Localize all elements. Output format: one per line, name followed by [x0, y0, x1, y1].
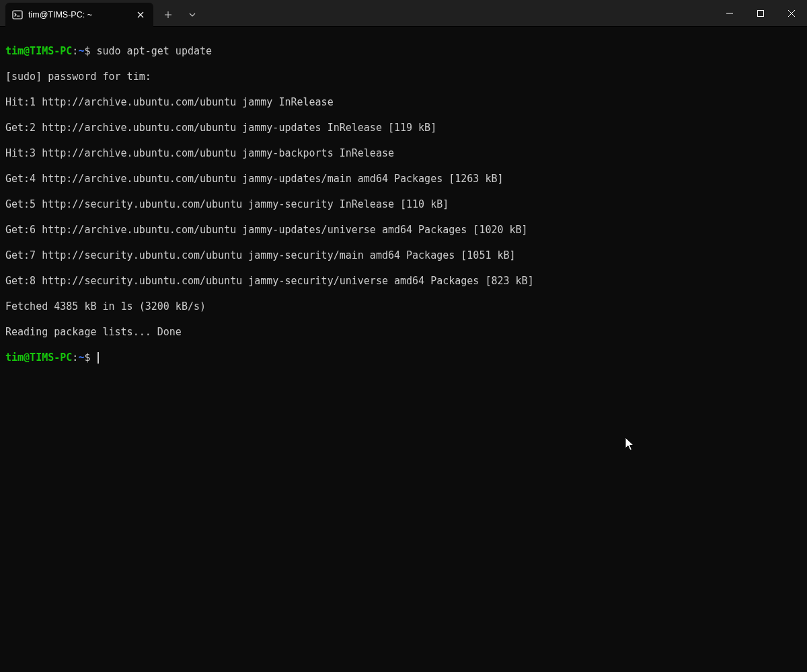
terminal-viewport[interactable]: tim@TIMS-PC:~$ sudo apt-get update [sudo… [0, 27, 807, 382]
svg-rect-0 [13, 11, 22, 19]
tab-dropdown-button[interactable] [180, 4, 204, 26]
close-window-button[interactable] [776, 0, 807, 27]
prompt-dollar: $ [84, 351, 96, 364]
svg-rect-3 [758, 11, 764, 17]
output-line: Hit:1 http://archive.ubuntu.com/ubuntu j… [5, 96, 802, 109]
prompt-dollar: $ [84, 45, 96, 57]
tab-close-button[interactable] [134, 9, 147, 21]
mouse-cursor-icon [625, 437, 636, 452]
tab-actions [153, 3, 204, 26]
text-cursor [98, 352, 99, 364]
prompt-user: tim@TIMS-PC [5, 45, 72, 57]
maximize-button[interactable] [745, 0, 776, 27]
prompt-line: tim@TIMS-PC:~$ [5, 351, 802, 364]
prompt-user: tim@TIMS-PC [5, 351, 72, 364]
output-line: Get:4 http://archive.ubuntu.com/ubuntu j… [5, 173, 802, 185]
output-line: Get:8 http://security.ubuntu.com/ubuntu … [5, 275, 802, 288]
command-text: sudo apt-get update [96, 45, 212, 57]
output-line: Get:7 http://security.ubuntu.com/ubuntu … [5, 249, 802, 262]
window-controls [714, 0, 807, 26]
tab-strip: tim@TIMS-PC: ~ [0, 0, 714, 26]
tab-title: tim@TIMS-PC: ~ [28, 10, 129, 19]
terminal-icon [12, 9, 23, 20]
output-line: Hit:3 http://archive.ubuntu.com/ubuntu j… [5, 147, 802, 160]
terminal-tab[interactable]: tim@TIMS-PC: ~ [5, 3, 153, 27]
output-line: Fetched 4385 kB in 1s (3200 kB/s) [5, 300, 802, 313]
output-line: [sudo] password for tim: [5, 71, 802, 83]
output-line: Get:6 http://archive.ubuntu.com/ubuntu j… [5, 224, 802, 237]
output-line: Get:5 http://security.ubuntu.com/ubuntu … [5, 198, 802, 211]
titlebar: tim@TIMS-PC: ~ [0, 0, 807, 27]
new-tab-button[interactable] [156, 4, 180, 26]
minimize-button[interactable] [714, 0, 745, 27]
output-line: Get:2 http://archive.ubuntu.com/ubuntu j… [5, 122, 802, 134]
prompt-line: tim@TIMS-PC:~$ sudo apt-get update [5, 45, 802, 58]
output-line: Reading package lists... Done [5, 326, 802, 339]
